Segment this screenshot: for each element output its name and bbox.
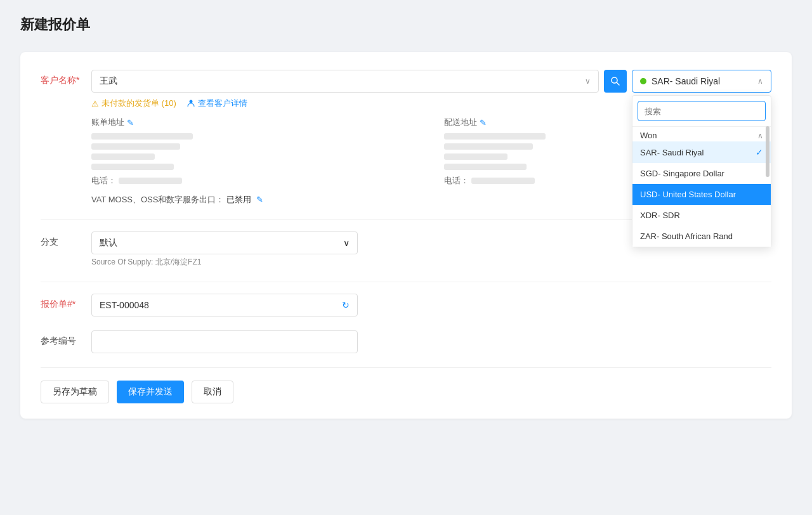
currency-dropdown: Won ∧ SAR- Saudi Riyal ✓ SGD- Singapore … <box>632 95 771 247</box>
customer-select-value: 王武 <box>100 75 117 87</box>
check-icon-sar: ✓ <box>756 147 763 157</box>
warning-icon: ⚠ <box>91 99 99 108</box>
page-title: 新建报价单 <box>20 15 792 34</box>
cancel-button[interactable]: 取消 <box>192 381 233 403</box>
divider-2 <box>41 282 771 282</box>
svg-point-2 <box>189 100 192 103</box>
quote-num-content: EST-000048 ↻ <box>91 294 771 316</box>
currency-item-zar[interactable]: ZAR- South African Rand <box>632 226 771 247</box>
chevron-down-icon: ∨ <box>585 77 591 86</box>
billing-edit-icon[interactable]: ✎ <box>127 118 134 127</box>
branch-label: 分支 <box>41 231 91 248</box>
currency-select[interactable]: SAR- Saudi Riyal ∧ <box>632 70 771 93</box>
collapse-icon: ∧ <box>757 131 763 140</box>
billing-line-1 <box>91 133 193 140</box>
dropdown-scrollbar[interactable] <box>766 126 769 177</box>
quote-num-label: 报价单# <box>41 294 91 310</box>
search-button[interactable] <box>604 70 627 93</box>
billing-line-4 <box>91 164 174 170</box>
vat-label: VAT MOSS、OSS和数字服务出口： <box>91 195 224 204</box>
quote-num-input[interactable]: EST-000048 ↻ <box>91 294 358 316</box>
person-icon <box>187 99 195 108</box>
currency-search-container <box>632 96 771 127</box>
billing-line-2 <box>91 143 180 150</box>
customer-input-row: 王武 ∨ SAR- Saudi Riyal <box>91 70 771 93</box>
shipping-line-3 <box>444 153 508 160</box>
search-icon <box>610 76 620 86</box>
ref-label: 参考编号 <box>41 330 91 347</box>
currency-item-xdr-label: XDR- SDR <box>640 211 680 220</box>
draft-button[interactable]: 另存为草稿 <box>41 381 109 403</box>
view-detail-text: 查看客户详情 <box>198 98 247 109</box>
quote-num-row: 报价单# EST-000048 ↻ <box>41 294 771 316</box>
customer-row: 客户名称 王武 ∨ <box>41 70 771 205</box>
shipping-line-2 <box>444 143 533 150</box>
currency-item-usd-label: USD- United States Dollar <box>640 190 736 199</box>
currency-search-input[interactable] <box>638 101 766 121</box>
shipping-phone-label: 电话： <box>444 175 469 186</box>
shipping-line-4 <box>444 164 527 170</box>
currency-item-usd[interactable]: USD- United States Dollar <box>632 184 771 205</box>
unpaid-warning: ⚠ 未付款的发货单 (10) <box>91 98 176 109</box>
currency-section-header: Won ∧ <box>632 127 771 141</box>
billing-phone-row: 电话： <box>91 175 419 186</box>
shipping-line-1 <box>444 133 546 140</box>
billing-line-3 <box>91 153 155 160</box>
customer-label: 客户名称 <box>41 70 91 86</box>
branch-chevron-icon: ∨ <box>343 238 350 248</box>
billing-address-lines <box>91 133 419 170</box>
section-label: Won <box>640 131 657 140</box>
currency-item-sar[interactable]: SAR- Saudi Riyal ✓ <box>632 141 771 163</box>
billing-address-label: 账单地址 ✎ <box>91 117 419 128</box>
vat-status: 已禁用 <box>226 195 251 204</box>
currency-item-sar-label: SAR- Saudi Riyal <box>640 148 704 157</box>
branch-value: 默认 <box>100 237 117 249</box>
save-send-button[interactable]: 保存并发送 <box>117 381 184 403</box>
refresh-icon[interactable]: ↻ <box>342 300 350 310</box>
customer-content: 王武 ∨ SAR- Saudi Riyal <box>91 70 771 205</box>
shipping-edit-icon[interactable]: ✎ <box>480 118 487 127</box>
source-supply: Source Of Supply: 北京/海淀FZ1 <box>91 257 771 268</box>
branch-select[interactable]: 默认 ∨ <box>91 231 358 254</box>
currency-item-sgd[interactable]: SGD- Singapore Dollar <box>632 163 771 184</box>
currency-item-zar-label: ZAR- South African Rand <box>640 231 733 241</box>
vat-edit-icon[interactable]: ✎ <box>256 195 263 204</box>
currency-selected-label: SAR- Saudi Riyal <box>652 76 752 86</box>
billing-phone-value <box>119 178 182 184</box>
currency-item-sgd-label: SGD- Singapore Dollar <box>640 169 724 178</box>
chevron-up-icon: ∧ <box>757 77 763 86</box>
billing-phone-label: 电话： <box>91 175 116 186</box>
view-detail-link[interactable]: 查看客户详情 <box>187 98 247 109</box>
ref-row: 参考编号 <box>41 330 771 353</box>
shipping-phone-value <box>471 178 535 184</box>
customer-select[interactable]: 王武 ∨ <box>91 70 599 93</box>
form-card: 客户名称 王武 ∨ <box>20 52 792 419</box>
quote-num-value: EST-000048 <box>100 300 149 310</box>
ref-content <box>91 330 771 353</box>
billing-address-block: 账单地址 ✎ 电话： <box>91 117 419 186</box>
unpaid-warning-text: 未付款的发货单 (10) <box>102 98 176 109</box>
currency-container: SAR- Saudi Riyal ∧ Won ∧ <box>632 70 771 93</box>
currency-status-dot <box>640 78 646 84</box>
svg-line-1 <box>617 82 619 85</box>
ref-input[interactable] <box>91 330 358 353</box>
footer-actions: 另存为草稿 保存并发送 取消 <box>41 367 771 403</box>
currency-item-xdr[interactable]: XDR- SDR <box>632 205 771 226</box>
currency-list: Won ∧ SAR- Saudi Riyal ✓ SGD- Singapore … <box>632 127 771 247</box>
